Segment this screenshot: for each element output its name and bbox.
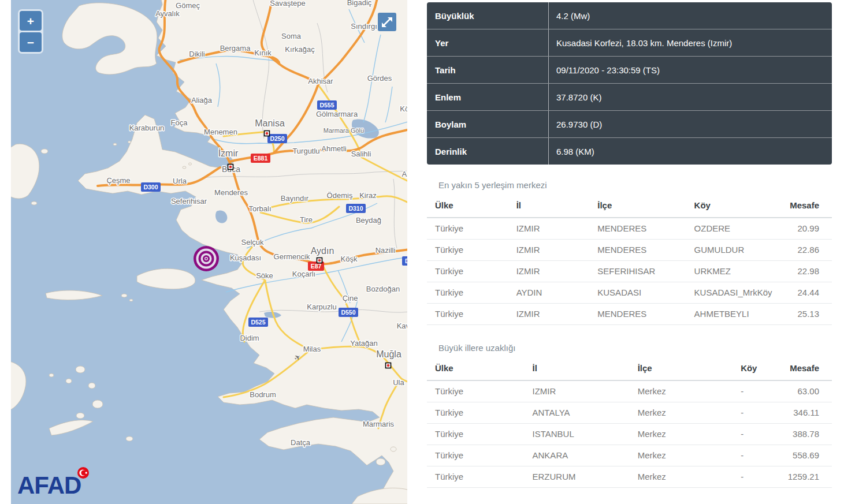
table-header: İlçe — [630, 358, 733, 380]
table-cell: 63.00 — [773, 380, 832, 402]
map-label: Ula — [393, 378, 404, 387]
table-header: Köy — [733, 358, 772, 380]
map-label: Kınık — [254, 48, 272, 57]
map-label: Alaşehir — [402, 170, 407, 178]
table-header: Mesafe — [775, 195, 832, 218]
map-label: Kiraz — [359, 191, 377, 200]
zoom-in-button[interactable]: + — [20, 11, 42, 31]
table-cell: ISTANBUL — [525, 424, 630, 445]
map-label: Kavaklıdere — [397, 322, 407, 330]
table-cell: SEFERIHISAR — [589, 261, 686, 282]
table-cell: Türkiye — [427, 424, 525, 445]
info-row: Enlem37.8720 (K) — [427, 84, 832, 111]
table-cell: AYDIN — [508, 282, 590, 304]
table-cell: Türkiye — [427, 240, 508, 261]
table-header: İlçe — [589, 195, 686, 218]
table-cell: ANKARA — [525, 445, 630, 466]
map-canvas[interactable]: GömeçAyvalıkSavaştepeBigadiçSındırgıSoma… — [11, 0, 407, 504]
road-shield: D250 — [267, 134, 287, 143]
zoom-out-button[interactable]: − — [20, 32, 42, 52]
zoom-control: + − — [18, 9, 43, 54]
svg-text:D555: D555 — [319, 102, 334, 109]
table-cell: - — [733, 445, 772, 466]
map-label: Savaştepe — [270, 0, 305, 8]
map-label: Çine — [343, 294, 358, 303]
table-cell: 25.13 — [775, 304, 832, 325]
cities-section-title: Büyük illere uzaklığı — [427, 343, 832, 353]
road-shield: D300 — [141, 182, 161, 192]
table-header-row: ÜlkeİlİlçeKöyMesafe — [427, 195, 832, 218]
map-label: Bigadiç — [347, 0, 372, 7]
major-cities-table: ÜlkeİlİlçeKöyMesafeTürkiyeIZMIRMerkez-63… — [427, 358, 832, 488]
city-marker — [265, 131, 270, 136]
table-cell: 24.44 — [775, 282, 832, 304]
table-cell: ERZURUM — [525, 466, 630, 488]
table-cell: Merkez — [630, 445, 733, 466]
table-cell: 1259.21 — [773, 466, 832, 488]
table-cell: AHMETBEYLI — [686, 304, 776, 325]
map-label: Menemen — [204, 128, 237, 136]
table-header: İl — [508, 195, 590, 218]
info-value: 26.9730 (D) — [549, 111, 832, 137]
table-cell: 346.11 — [773, 402, 832, 424]
road-shield: D — [402, 256, 407, 266]
table-cell: 558.69 — [773, 445, 832, 466]
map-label: Muğla — [376, 349, 401, 359]
info-value: 4.2 (Mw) — [549, 2, 832, 29]
table-cell: MENDERES — [589, 304, 686, 325]
map-label: Karpuzlu — [307, 303, 336, 311]
map-label: Aliağa — [191, 96, 213, 104]
info-value: Kusadasi Korfezi, 18.03 km. Menderes (Iz… — [549, 29, 832, 56]
table-row: TürkiyeIZMIRMerkez-63.00 — [427, 380, 832, 402]
map-label: Seferihisar — [171, 197, 207, 206]
detail-panel: Büyüklük4.2 (Mw)YerKusadasi Korfezi, 18.… — [427, 0, 832, 488]
table-header: Köy — [686, 195, 776, 218]
map-label: Sındırgı — [351, 22, 377, 31]
table-row: TürkiyeIZMIRMENDERESOZDERE20.99 — [427, 218, 832, 240]
table-row: TürkiyeIZMIRSEFERIHISARURKMEZ22.98 — [427, 261, 832, 282]
table-header: İl — [525, 358, 630, 380]
info-row: Boylam26.9730 (D) — [427, 111, 832, 138]
epicenter-marker[interactable] — [194, 246, 219, 271]
table-row: TürkiyeANTALYAMerkez-346.11 — [427, 402, 832, 424]
map[interactable]: GömeçAyvalıkSavaştepeBigadiçSındırgıSoma… — [11, 0, 407, 504]
table-cell: IZMIR — [508, 218, 590, 240]
road-shield: D555 — [317, 100, 337, 110]
map-label: Ödemiş — [327, 191, 353, 200]
table-cell: IZMIR — [508, 261, 590, 282]
info-row: YerKusadasi Korfezi, 18.03 km. Menderes … — [427, 29, 832, 57]
road-shield: D550 — [339, 308, 358, 317]
expand-icon — [378, 13, 396, 31]
table-cell: - — [733, 466, 772, 488]
map-label: Bayındır — [281, 194, 309, 203]
svg-text:D550: D550 — [341, 309, 355, 316]
info-label: Tarih — [427, 57, 549, 83]
table-cell: Türkiye — [427, 466, 525, 488]
table-cell: Türkiye — [427, 218, 508, 240]
table-cell: 22.86 — [775, 240, 832, 261]
map-label: Kırkağaç — [285, 45, 315, 54]
table-cell: IZMIR — [508, 240, 590, 261]
nearest-settlements-table: ÜlkeİlİlçeKöyMesafeTürkiyeIZMIRMENDERESO… — [427, 195, 832, 325]
svg-text:D300: D300 — [143, 184, 158, 191]
map-label: Köprübaşı — [400, 104, 407, 113]
map-label: Turgutlu — [292, 147, 319, 155]
svg-text:E881: E881 — [254, 155, 268, 162]
map-label: Nazilli — [375, 246, 396, 255]
table-cell: KUSADASI_MrkKöy — [686, 282, 776, 304]
info-label: Yer — [427, 29, 549, 56]
table-cell: Türkiye — [427, 445, 525, 466]
svg-text:D525: D525 — [251, 319, 265, 326]
expand-map-button[interactable] — [378, 13, 396, 31]
map-label: Çeşme — [106, 176, 130, 185]
table-cell: 20.99 — [775, 218, 832, 240]
table-cell: - — [733, 424, 772, 445]
info-row: Büyüklük4.2 (Mw) — [427, 2, 832, 29]
table-header: Mesafe — [773, 358, 832, 380]
map-label: Milas — [303, 345, 321, 353]
svg-text:E87: E87 — [311, 263, 322, 270]
info-value: 6.98 (KM) — [549, 138, 832, 165]
table-cell: Merkez — [630, 402, 733, 424]
table-cell: MENDERES — [589, 240, 686, 261]
map-label: Söke — [256, 271, 273, 280]
